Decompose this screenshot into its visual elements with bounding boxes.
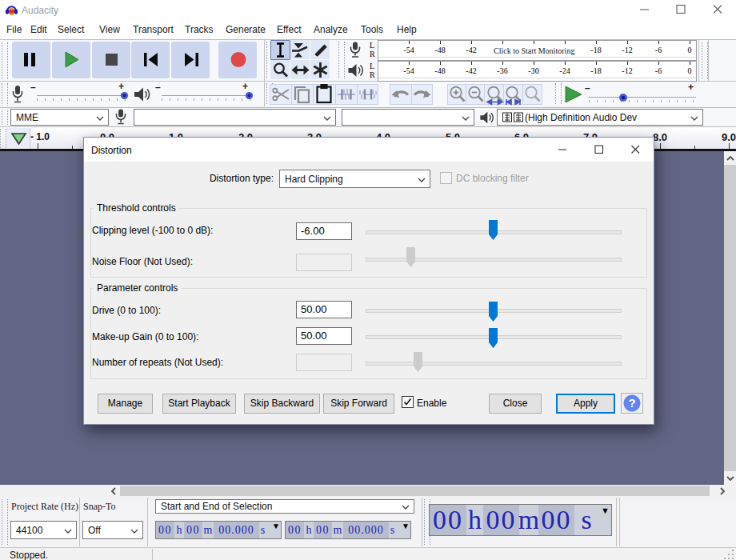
svg-text:?: ? [628, 396, 635, 410]
